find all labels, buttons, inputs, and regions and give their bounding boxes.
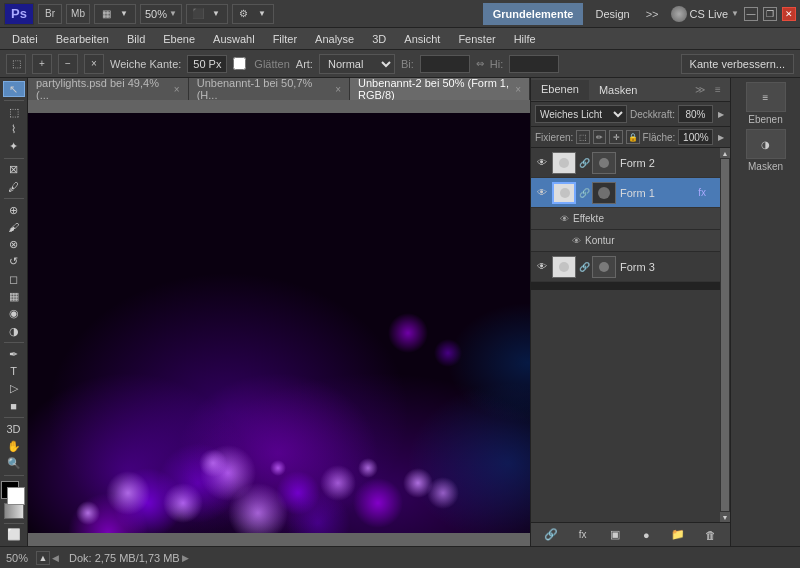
minimize-button[interactable]: —	[744, 7, 758, 21]
selection-sub-icon[interactable]: −	[58, 54, 78, 74]
layer-form1[interactable]: 👁 🔗 Form 1 fx	[531, 178, 720, 208]
menu-hilfe[interactable]: Hilfe	[506, 31, 544, 47]
kante-verbessern-button[interactable]: Kante verbessern...	[681, 54, 794, 74]
fix-move-icon[interactable]: ✛	[609, 130, 623, 144]
menu-auswahl[interactable]: Auswahl	[205, 31, 263, 47]
layer-fx-btn[interactable]: fx	[574, 526, 592, 544]
minibride-icon[interactable]: Mb	[70, 6, 86, 22]
menu-datei[interactable]: Datei	[4, 31, 46, 47]
zoom-arrow-icon[interactable]: ▼	[169, 9, 177, 18]
grundelemente-button[interactable]: Grundelemente	[483, 3, 584, 25]
layer-form3[interactable]: 👁 🔗 Form 3	[531, 252, 720, 282]
layer-adjustment-btn[interactable]: ●	[637, 526, 655, 544]
3d-tool[interactable]: 3D	[3, 421, 25, 437]
hand-tool[interactable]: ✋	[3, 438, 25, 454]
deckkraft-input[interactable]	[678, 105, 713, 123]
view-arrow-icon[interactable]: ▼	[116, 6, 132, 22]
cs-live-arrow-icon[interactable]: ▼	[731, 9, 739, 18]
sublayer-effekte[interactable]: 👁 Effekte	[531, 208, 720, 230]
tab-unbenannt2[interactable]: Unbenannt-2 bei 50% (Form 1, RGB/8) ×	[350, 78, 530, 100]
selection-tool-icon[interactable]: ⬚	[6, 54, 26, 74]
screen-mode-btn[interactable]: ⬜	[3, 527, 25, 543]
arrange-icon-group[interactable]: ⬛ ▼	[186, 4, 228, 24]
background-color[interactable]	[7, 487, 25, 505]
move-tool[interactable]: ↖	[3, 81, 25, 97]
eraser-tool[interactable]: ◻	[3, 271, 25, 287]
layer-link-btn[interactable]: 🔗	[542, 526, 560, 544]
menu-analyse[interactable]: Analyse	[307, 31, 362, 47]
healing-tool[interactable]: ⊕	[3, 202, 25, 218]
bi-input[interactable]	[420, 55, 470, 73]
bridge-icon[interactable]: Br	[42, 6, 58, 22]
tab-close-unbenannt1[interactable]: ×	[335, 84, 341, 95]
layer-form2[interactable]: 👁 🔗 Form 2	[531, 148, 720, 178]
layer-eye-form3[interactable]: 👁	[534, 259, 550, 275]
tools-arrow-icon[interactable]: ▼	[254, 6, 270, 22]
weiche-kante-input[interactable]	[187, 55, 227, 73]
tab-close-unbenannt2[interactable]: ×	[515, 84, 521, 95]
hi-input[interactable]	[509, 55, 559, 73]
glatten-checkbox[interactable]	[233, 57, 246, 70]
lasso-tool[interactable]: ⌇	[3, 121, 25, 137]
minibride-icon-group[interactable]: Mb	[66, 4, 90, 24]
gradient-tool[interactable]: ▦	[3, 288, 25, 304]
pen-tool[interactable]: ✒	[3, 346, 25, 362]
layer-delete-btn[interactable]: 🗑	[701, 526, 719, 544]
crop-tool[interactable]: ⊠	[3, 162, 25, 178]
design-button[interactable]: Design	[587, 6, 637, 22]
magic-wand-tool[interactable]: ✦	[3, 139, 25, 155]
layer-eye-form1[interactable]: 👁	[534, 185, 550, 201]
status-nav-left[interactable]: ◀	[50, 553, 61, 563]
clone-tool[interactable]: ⊗	[3, 237, 25, 253]
sublayer-kontur[interactable]: 👁 Kontur	[531, 230, 720, 252]
view-icon-group[interactable]: ▦ ▼	[94, 4, 136, 24]
brush-tool[interactable]: 🖌	[3, 219, 25, 235]
menu-bild[interactable]: Bild	[119, 31, 153, 47]
menu-3d[interactable]: 3D	[364, 31, 394, 47]
selection-add-icon[interactable]: +	[32, 54, 52, 74]
menu-ansicht[interactable]: Ansicht	[396, 31, 448, 47]
scroll-down-arrow[interactable]: ▼	[720, 512, 730, 522]
layers-panel-options-icon[interactable]: ≡	[710, 82, 726, 98]
layer-group-btn[interactable]: 📁	[669, 526, 687, 544]
flache-input[interactable]	[678, 129, 713, 145]
mini-masken-btn[interactable]: ◑ Masken	[735, 129, 796, 172]
status-arrow-btn[interactable]: ▲	[36, 551, 50, 565]
menu-bearbeiten[interactable]: Bearbeiten	[48, 31, 117, 47]
view-icon[interactable]: ▦	[98, 6, 114, 22]
quick-mask-btn[interactable]	[3, 502, 25, 520]
restore-button[interactable]: ❐	[763, 7, 777, 21]
tools-icon-group[interactable]: ⚙ ▼	[232, 4, 274, 24]
flache-arrow-icon[interactable]: ▶	[716, 129, 726, 145]
sublayer-eye-effekte[interactable]: 👁	[557, 212, 571, 226]
zoom-display[interactable]: 50% ▼	[140, 4, 182, 24]
more-workspaces-button[interactable]: >>	[642, 8, 663, 20]
shape-tool[interactable]: ■	[3, 398, 25, 414]
text-tool[interactable]: T	[3, 363, 25, 379]
art-select[interactable]: Normal Fest Von Mitte	[319, 54, 395, 74]
color-boxes[interactable]	[1, 481, 27, 500]
tools-icon[interactable]: ⚙	[236, 6, 252, 22]
menu-fenster[interactable]: Fenster	[450, 31, 503, 47]
fix-paint-icon[interactable]: ✏	[593, 130, 607, 144]
tab-masken[interactable]: Masken	[589, 81, 648, 99]
scroll-thumb[interactable]	[721, 159, 729, 511]
marquee-tool[interactable]: ⬚	[3, 104, 25, 120]
scroll-up-arrow[interactable]: ▲	[720, 148, 730, 158]
selection-inter-icon[interactable]: ×	[84, 54, 104, 74]
history-brush-tool[interactable]: ↺	[3, 254, 25, 270]
arrange-icon[interactable]: ⬛	[190, 6, 206, 22]
dodge-tool[interactable]: ◑	[3, 323, 25, 339]
eyedropper-tool[interactable]: 🖋	[3, 179, 25, 195]
fix-lock-icon[interactable]: 🔒	[626, 130, 640, 144]
tab-unbenannt1[interactable]: Unbenannt-1 bei 50,7% (H... ×	[189, 78, 350, 100]
layer-eye-form2[interactable]: 👁	[534, 155, 550, 171]
path-select-tool[interactable]: ▷	[3, 381, 25, 397]
menu-ebene[interactable]: Ebene	[155, 31, 203, 47]
tab-partylights[interactable]: partylights.psd bei 49,4% (... ×	[28, 78, 189, 100]
layer-mask-btn[interactable]: ▣	[606, 526, 624, 544]
sublayer-eye-kontur[interactable]: 👁	[569, 234, 583, 248]
tab-close-partylights[interactable]: ×	[174, 84, 180, 95]
tab-ebenen[interactable]: Ebenen	[531, 80, 589, 100]
blend-mode-select[interactable]: Weiches Licht Normal Multiplizieren	[535, 105, 627, 123]
